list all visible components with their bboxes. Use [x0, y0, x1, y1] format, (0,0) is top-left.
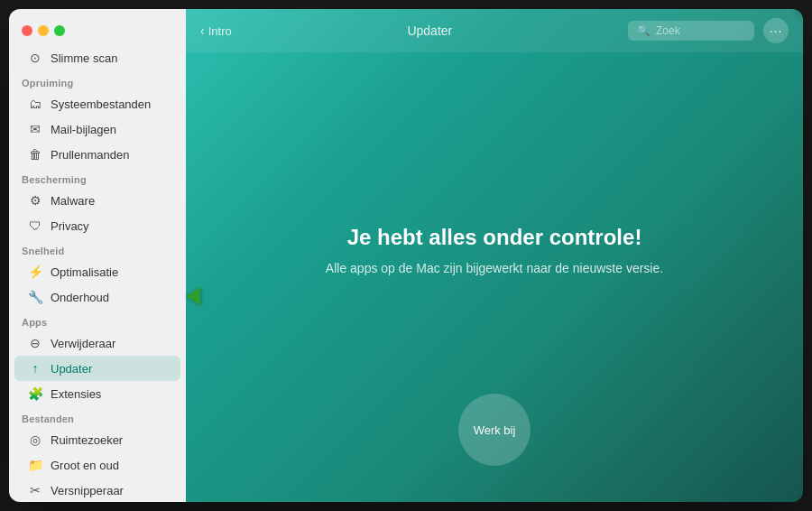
more-button[interactable]: ···: [763, 18, 789, 43]
ruimtezoeker-icon: ◎: [27, 432, 43, 448]
verwijderaar-label: Verwijderaar: [51, 337, 115, 350]
section-label-opruiming: Opruiming: [9, 70, 186, 91]
sidebar-item-privacy[interactable]: 🛡 Privacy: [14, 213, 180, 238]
prullenmanden-label: Prullenmanden: [51, 148, 129, 162]
privacy-icon: 🛡: [27, 218, 43, 234]
optimalisatie-label: Optimalisatie: [51, 265, 118, 279]
mail-icon: ✉: [27, 121, 43, 137]
extensies-label: Extensies: [51, 387, 101, 401]
updater-icon: ↑: [27, 360, 43, 376]
sidebar-item-optimalisatie[interactable]: ⚡ Optimalisatie: [14, 259, 180, 284]
ruimtezoeker-label: Ruimtezoeker: [51, 433, 123, 447]
back-button[interactable]: ‹ Intro: [200, 23, 232, 38]
sidebar-item-mail-bijlagen[interactable]: ✉ Mail-bijlagen: [14, 116, 180, 142]
groot-en-oud-icon: 📁: [27, 457, 43, 473]
malware-icon: ⚙: [27, 192, 43, 209]
search-input[interactable]: [656, 24, 746, 37]
sidebar-item-verwijderaar[interactable]: ⊖ Verwijderaar: [14, 330, 180, 356]
sidebar-item-onderhoud[interactable]: 🔧 Onderhoud: [14, 284, 180, 310]
sidebar-item-versnipperaar[interactable]: ✂ Versnipperaar: [14, 478, 180, 502]
section-label-bestanden: Bestanden: [9, 406, 186, 427]
window-controls: [9, 18, 186, 45]
sidebar-item-groot-en-oud[interactable]: 📁 Groot en oud: [14, 452, 180, 478]
chevron-left-icon: ‹: [200, 23, 205, 38]
app-window: ⊙ Slimme scan Opruiming 🗂 Systeembestand…: [9, 9, 803, 502]
sidebar-item-prullenmanden[interactable]: 🗑 Prullenmanden: [14, 142, 180, 167]
search-bar[interactable]: 🔍: [628, 21, 754, 41]
sidebar-item-malware[interactable]: ⚙ Malware: [14, 188, 180, 213]
systeembestanden-label: Systeembestanden: [51, 98, 151, 111]
optimalisatie-icon: ⚡: [27, 264, 43, 280]
privacy-label: Privacy: [51, 219, 89, 233]
sidebar-item-slimme-scan[interactable]: ⊙ Slimme scan: [14, 45, 180, 70]
sidebar: ⊙ Slimme scan Opruiming 🗂 Systeembestand…: [9, 9, 186, 502]
verwijderaar-icon: ⊖: [27, 335, 43, 351]
sidebar-item-systeembestanden[interactable]: 🗂 Systeembestanden: [14, 91, 180, 116]
versnipperaar-icon: ✂: [27, 482, 43, 498]
versnipperaar-label: Versnipperaar: [51, 484, 124, 497]
mail-bijlagen-label: Mail-bijlagen: [51, 123, 116, 136]
maximize-button[interactable]: [54, 25, 65, 36]
sidebar-item-extensies[interactable]: 🧩 Extensies: [14, 381, 180, 406]
extensies-icon: 🧩: [27, 386, 43, 402]
back-label: Intro: [208, 24, 232, 38]
bottom-area: Werk bij: [440, 376, 549, 484]
section-label-snelheid: Snelheid: [9, 238, 186, 259]
minimize-button[interactable]: [38, 25, 49, 36]
section-label-apps: Apps: [9, 310, 186, 330]
search-icon: 🔍: [637, 24, 651, 37]
toolbar-title: Updater: [241, 23, 619, 38]
arrow-indicator: [186, 287, 200, 305]
main-heading: Je hebt alles onder controle!: [347, 225, 642, 250]
systeembestanden-icon: 🗂: [27, 96, 43, 112]
updater-label: Updater: [51, 362, 92, 376]
malware-label: Malware: [51, 194, 95, 208]
onderhoud-icon: 🔧: [27, 289, 43, 305]
arrow-shape: [186, 287, 200, 305]
main-subtext: Alle apps op de Mac zijn bijgewerkt naar…: [326, 261, 663, 275]
groot-en-oud-label: Groot en oud: [51, 459, 119, 472]
scan-icon: ⊙: [27, 50, 43, 66]
onderhoud-label: Onderhoud: [51, 291, 109, 304]
close-button[interactable]: [22, 25, 32, 36]
sidebar-item-updater[interactable]: ↑ Updater: [14, 356, 180, 381]
toolbar: ‹ Intro Updater 🔍 ···: [186, 9, 803, 52]
sidebar-item-ruimtezoeker[interactable]: ◎ Ruimtezoeker: [14, 427, 180, 452]
main-content: ‹ Intro Updater 🔍 ··· Je hebt alles onde…: [186, 9, 803, 502]
slimme-scan-label: Slimme scan: [51, 51, 117, 65]
prullenmanden-icon: 🗑: [27, 146, 43, 163]
more-icon: ···: [770, 23, 783, 38]
update-button[interactable]: Werk bij: [458, 394, 531, 466]
section-label-bescherming: Bescherming: [9, 167, 186, 188]
